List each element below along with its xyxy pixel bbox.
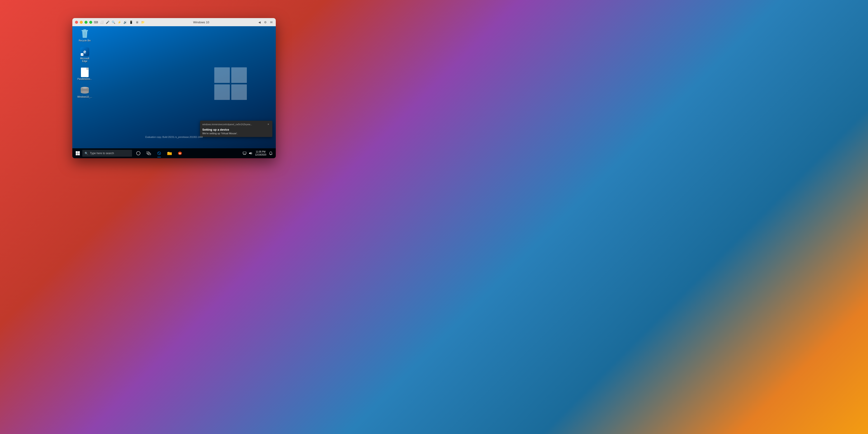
toolbar-icons: ⌨ ⬜ 🎤 🔍 ⚡ 🔊 📱 🖥 📁 (94, 20, 145, 24)
svg-rect-1 (231, 67, 247, 83)
task-view-icon (147, 151, 151, 155)
parallels-desktop-label: ParallelsDes... (78, 78, 92, 81)
office-icon: W (178, 151, 182, 156)
fullscreen-button[interactable] (89, 21, 92, 24)
edge-image: e ↗ (80, 47, 89, 56)
svg-rect-25 (243, 152, 246, 154)
desktop: Recycle Bin e ↗ MicrosoftEdge (72, 26, 276, 148)
taskbar-center-buttons: W (133, 148, 185, 158)
back-icon[interactable]: ◀ (258, 20, 261, 24)
svg-rect-17 (78, 153, 80, 156)
eval-copy-watermark: Evaluation copy. Build 20231.rs_prerelea… (72, 135, 276, 139)
folder-icon[interactable]: 📁 (141, 20, 145, 24)
action-center-icon (269, 151, 272, 155)
close-button[interactable] (75, 21, 78, 24)
right-toolbar-icons: ◀ ⚙ ✉ (258, 20, 273, 24)
svg-line-8 (86, 32, 86, 37)
svg-point-12 (81, 91, 89, 94)
explorer-icon (167, 151, 172, 155)
volume-icon[interactable] (248, 151, 253, 156)
svg-rect-14 (76, 151, 78, 153)
edge-desktop-icon[interactable]: e ↗ MicrosoftEdge (77, 46, 93, 64)
windows-logo (213, 66, 249, 102)
taskbar: 🔍 Type here to search (72, 148, 276, 158)
windows-start-icon (75, 151, 80, 156)
titlebar: ⌨ ⬜ 🎤 🔍 ⚡ 🔊 📱 🖥 📁 Windows 10 ◀ ⚙ ✉ (72, 18, 276, 26)
microphone-icon[interactable]: 🎤 (106, 20, 110, 24)
sound-icon[interactable]: 🔊 (123, 20, 127, 24)
minimize-button[interactable] (80, 21, 83, 24)
capture-icon[interactable]: ⬜ (100, 20, 103, 24)
window-title: Windows 10 (147, 21, 256, 24)
svg-rect-21 (148, 153, 151, 155)
svg-rect-0 (214, 67, 230, 83)
parallels-window: ⌨ ⬜ 🎤 🔍 ⚡ 🔊 📱 🖥 📁 Windows 10 ◀ ⚙ ✉ (72, 18, 276, 158)
parallels-doc-image (80, 68, 89, 77)
phone-icon[interactable]: 📱 (129, 20, 133, 24)
svg-rect-16 (76, 153, 78, 156)
svg-rect-15 (78, 151, 80, 153)
svg-text:e: e (84, 49, 86, 55)
notification-popup: windows.immersivecontrolpanel_cw5n1h2txy… (200, 121, 272, 137)
cortana-button[interactable] (133, 148, 143, 158)
parallels-arrow-icon: ↗ (81, 53, 84, 56)
notification-center-icon[interactable] (242, 151, 247, 156)
windows10-iso-icon[interactable]: Windows10_... (77, 85, 93, 99)
keyboard-icon[interactable]: ⌨ (94, 20, 98, 24)
parallels-desktop-icon[interactable]: ParallelsDes... (77, 67, 93, 81)
taskbar-clock[interactable]: 11:05 PM 12/18/2020 (254, 150, 267, 156)
start-button[interactable] (74, 149, 82, 157)
svg-rect-3 (231, 84, 247, 100)
recycle-bin-label: Recycle Bin (79, 39, 91, 42)
windows10-iso-label: Windows10_... (77, 96, 92, 98)
maximize-button[interactable] (85, 21, 88, 24)
svg-rect-23 (168, 153, 171, 153)
svg-point-13 (83, 88, 87, 89)
zoom-icon[interactable]: 🔍 (112, 20, 115, 24)
recycle-bin-icon[interactable]: Recycle Bin (77, 29, 93, 43)
svg-rect-5 (84, 29, 86, 30)
explorer-taskbar-button[interactable] (164, 148, 175, 158)
clock-date: 12/18/2020 (255, 153, 266, 156)
notification-title: Setting up a device (202, 128, 270, 131)
desktop-icons: Recycle Bin e ↗ MicrosoftEdge (77, 29, 93, 99)
svg-line-6 (84, 32, 84, 37)
recycle-bin-image (80, 29, 89, 38)
taskbar-search[interactable]: 🔍 Type here to search (82, 150, 132, 157)
search-placeholder: Type here to search (90, 152, 114, 155)
notification-header: windows.immersivecontrolpanel_cw5n1h2txy… (200, 121, 272, 127)
windows10-drive-image (80, 86, 89, 95)
email-icon[interactable]: ✉ (270, 20, 273, 24)
settings-icon[interactable]: ⚙ (264, 20, 267, 24)
cortana-icon (136, 151, 141, 155)
svg-text:W: W (179, 152, 181, 155)
notification-text: We're setting up 'Virtual Mouse'. (202, 132, 270, 135)
office-taskbar-button[interactable]: W (175, 148, 185, 158)
edge-label: MicrosoftEdge (80, 57, 90, 63)
system-tray: 11:05 PM 12/18/2020 (241, 150, 274, 156)
notification-close-button[interactable]: × (267, 123, 270, 126)
search-icon: 🔍 (85, 152, 88, 155)
edge-taskbar-button[interactable] (154, 148, 164, 158)
usb-icon[interactable]: ⚡ (118, 20, 121, 24)
edge-taskbar-icon (157, 151, 161, 155)
display-icon[interactable]: 🖥 (135, 20, 139, 24)
action-center-button[interactable] (269, 151, 273, 156)
task-view-button[interactable] (144, 148, 154, 158)
svg-rect-2 (214, 84, 230, 100)
windows10-vm: Recycle Bin e ↗ MicrosoftEdge (72, 26, 276, 158)
notification-app-name: windows.immersivecontrolpanel_cw5n1h2txy… (202, 123, 252, 126)
clock-time: 11:05 PM (256, 150, 266, 153)
svg-point-18 (136, 151, 140, 155)
